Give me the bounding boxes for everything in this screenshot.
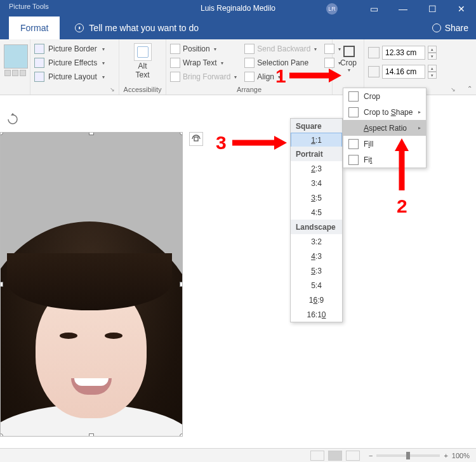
- size-launcher-icon[interactable]: ↘: [451, 86, 457, 93]
- share-icon: [432, 23, 441, 32]
- group-accessibility: Alt Text Accessibility: [119, 39, 166, 95]
- group-arrange: Position▾ Wrap Text▾ Bring Forward▾ Send…: [166, 39, 333, 95]
- crop-menu-aspect-ratio[interactable]: Aspect Ratio▸: [343, 120, 426, 136]
- width-up-icon[interactable]: ▴: [428, 65, 437, 72]
- crop-menu-crop-icon: [348, 91, 359, 102]
- selection-pane-button[interactable]: Selection Pane: [244, 56, 317, 70]
- position-label: Position: [183, 44, 210, 53]
- picture-layout-button[interactable]: Picture Layout▾: [34, 70, 115, 84]
- close-icon[interactable]: ✕: [447, 0, 476, 18]
- aspect-header-landscape: Landscape: [291, 220, 342, 234]
- width-input[interactable]: 14.16 cm: [382, 65, 425, 79]
- rotate-handle[interactable]: [6, 113, 19, 126]
- svg-rect-0: [194, 137, 198, 141]
- picture-border-button[interactable]: Picture Border▾: [34, 42, 115, 56]
- aspect-header-square: Square: [291, 119, 342, 133]
- bring-forward-button[interactable]: Bring Forward▾: [170, 70, 237, 84]
- styles-next-icon[interactable]: [12, 70, 18, 76]
- handle-top-mid[interactable]: [89, 132, 94, 135]
- aspect-option-4-3[interactable]: 4:3: [291, 249, 342, 263]
- zoom-slider[interactable]: [376, 454, 440, 457]
- aspect-option-2-3[interactable]: 2:3: [291, 161, 342, 176]
- aspect-header-portrait: Portrait: [291, 147, 342, 161]
- maximize-icon[interactable]: ☐: [418, 0, 447, 18]
- crop-icon: [342, 44, 355, 57]
- group-size: 12.33 cm ▴▾ 14.16 cm ▴▾ ↘: [364, 39, 459, 95]
- aspect-option-1-1[interactable]: 1:1: [291, 133, 342, 147]
- view-web-layout[interactable]: [346, 451, 360, 461]
- crop-menu-crop[interactable]: Crop: [343, 88, 426, 104]
- ribbon-display-options-icon[interactable]: ▭: [359, 0, 388, 18]
- ribbon: Picture Border▾ Picture Effects▾ Picture…: [0, 39, 476, 95]
- align-icon: [244, 72, 255, 82]
- aspect-option-16-10[interactable]: 16:10: [291, 307, 342, 322]
- forward-label: Bring Forward: [183, 72, 230, 81]
- share-button[interactable]: Share: [432, 16, 468, 39]
- zoom-thumb[interactable]: [406, 452, 410, 459]
- crop-menu-fill-label: Fill: [364, 140, 373, 148]
- picture-preset-swatch[interactable]: [4, 44, 28, 69]
- arrange-group-label: Arrange: [166, 86, 332, 93]
- minimize-icon[interactable]: —: [388, 0, 418, 18]
- status-bar: − + 100%: [0, 448, 476, 462]
- view-print-layout[interactable]: [328, 451, 342, 461]
- picture-layout-label: Picture Layout: [48, 72, 97, 81]
- forward-icon: [170, 72, 180, 82]
- share-label: Share: [445, 23, 468, 33]
- view-read-mode[interactable]: [310, 451, 324, 461]
- aspect-option-3-2[interactable]: 3:2: [291, 234, 342, 249]
- align-button[interactable]: Align▾: [244, 70, 317, 84]
- collapse-ribbon-icon[interactable]: ⌃: [467, 85, 472, 92]
- zoom-in-icon[interactable]: +: [444, 452, 447, 459]
- backward-label: Send Backward: [257, 44, 310, 53]
- crop-button[interactable]: Crop ▾: [336, 43, 360, 74]
- wrap-label: Wrap Text: [183, 58, 217, 67]
- crop-menu-shape[interactable]: Crop to Shape▸: [343, 104, 426, 120]
- handle-mid-right[interactable]: [180, 282, 183, 287]
- crop-menu-fill[interactable]: Fill: [343, 136, 426, 152]
- handle-top-right[interactable]: [180, 132, 183, 135]
- aspect-option-3-4[interactable]: 3:4: [291, 176, 342, 190]
- handle-bot-left[interactable]: [0, 433, 3, 437]
- handle-bot-right[interactable]: [180, 433, 183, 437]
- accessibility-group-label: Accessibility: [119, 86, 166, 93]
- picture-effects-button[interactable]: Picture Effects▾: [34, 56, 115, 70]
- aspect-option-5-4[interactable]: 5:4: [291, 278, 342, 293]
- styles-prev-icon[interactable]: [4, 70, 11, 76]
- layout-options-button[interactable]: [189, 132, 203, 146]
- handle-mid-left[interactable]: [0, 282, 3, 287]
- zoom-out-icon[interactable]: −: [369, 452, 373, 459]
- position-button[interactable]: Position▾: [170, 42, 237, 56]
- crop-menu-fill-icon: [348, 139, 359, 149]
- height-down-icon[interactable]: ▾: [428, 53, 437, 60]
- aspect-option-16-9[interactable]: 16:9: [291, 293, 342, 307]
- user-avatar[interactable]: LR: [326, 3, 338, 15]
- height-up-icon[interactable]: ▴: [428, 46, 437, 53]
- aspect-option-5-3[interactable]: 5:3: [291, 263, 342, 278]
- crop-menu-shape-icon: [348, 107, 359, 117]
- zoom-level[interactable]: 100%: [452, 452, 470, 459]
- height-input[interactable]: 12.33 cm: [382, 46, 425, 60]
- alt-text-label-1: Alt: [123, 62, 162, 70]
- group-crop: Crop ▾: [333, 39, 364, 95]
- tab-format[interactable]: Format: [9, 16, 60, 39]
- ribbon-tabs: Format Tell me what you want to do Share: [0, 16, 476, 39]
- crop-menu-fit[interactable]: Fit: [343, 152, 426, 168]
- wrap-text-button[interactable]: Wrap Text▾: [170, 56, 237, 70]
- styles-launcher-icon[interactable]: ↘: [110, 86, 116, 93]
- alt-text-icon[interactable]: [134, 43, 152, 61]
- styles-more-icon[interactable]: [20, 70, 26, 76]
- aspect-option-4-5[interactable]: 4:5: [291, 205, 342, 220]
- crop-menu-fit-label: Fit: [364, 155, 372, 164]
- handle-top-left[interactable]: [0, 132, 3, 135]
- handle-bot-mid[interactable]: [89, 433, 94, 437]
- height-icon: [368, 47, 380, 58]
- send-backward-button[interactable]: Send Backward▾: [244, 42, 317, 56]
- position-icon: [170, 44, 180, 54]
- tell-me-search[interactable]: Tell me what you want to do: [75, 16, 199, 39]
- crop-dropdown-menu: Crop Crop to Shape▸ Aspect Ratio▸ Fill F…: [343, 88, 426, 168]
- width-down-icon[interactable]: ▾: [428, 72, 437, 79]
- aspect-option-3-5[interactable]: 3:5: [291, 190, 342, 205]
- selected-picture[interactable]: [0, 132, 183, 437]
- pane-label: Selection Pane: [257, 58, 308, 67]
